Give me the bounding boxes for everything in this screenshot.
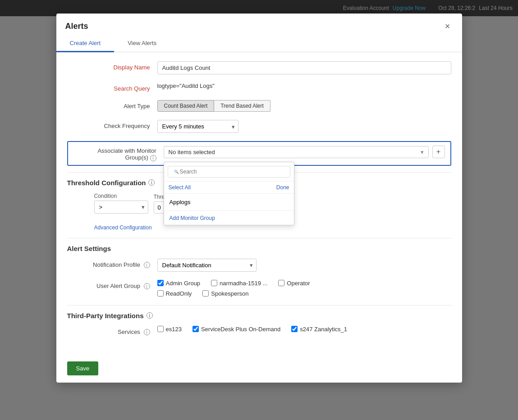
monitor-group-container: No items selected ▾ + [164,146,445,158]
search-query-label: Search Query [67,82,157,92]
checkbox-spokesperson-input[interactable] [202,290,209,297]
alert-type-buttons: Count Based Alert Trend Based Alert [157,100,451,112]
user-alert-checkbox-group-2: ReadOnly Spokesperson [157,290,451,297]
modal-backdrop: Alerts × Create Alert View Alerts Displa… [0,0,518,420]
check-frequency-select[interactable]: Every 1 minute Every 5 minutes Every 10 … [157,120,238,133]
checkbox-narmadha[interactable]: narmadha-1519 ... [211,280,267,287]
user-alert-control: Admin Group narmadha-1519 ... Operator [157,280,451,297]
check-frequency-select-wrapper: Every 1 minute Every 5 minutes Every 10 … [157,120,238,133]
check-frequency-label: Check Frequency [67,120,157,129]
alert-type-label: Alert Type [67,100,157,110]
associate-info-icon[interactable]: i [150,155,156,161]
alerts-modal: Alerts × Create Alert View Alerts Displa… [56,14,462,383]
dropdown-search-input[interactable] [168,166,290,178]
notification-select-wrapper: Default Notification [157,259,257,272]
third-party-info-icon[interactable]: i [147,312,153,319]
monitor-select-display[interactable]: No items selected ▾ [164,146,429,158]
display-name-input[interactable] [157,61,451,74]
condition-col: Condition > < >= <= = != [94,193,148,214]
monitor-dropdown-popup: Select All Done Applogs Add Monitor Gr [164,162,294,225]
associate-label: Associate with Monitor Group(s) i [73,146,164,161]
notification-control: Default Notification [157,259,451,272]
count-based-alert-button[interactable]: Count Based Alert [157,100,215,112]
display-name-row: Display Name [67,61,451,74]
divider-3 [67,305,451,306]
check-frequency-control: Every 1 minute Every 5 minutes Every 10 … [157,120,451,133]
checkbox-operator[interactable]: Operator [278,280,310,287]
checkbox-servicedesk-input[interactable] [193,326,199,332]
threshold-info-icon[interactable]: i [148,179,155,186]
modal-body: Display Name Search Query logtype="Audit… [56,52,462,352]
display-name-control [157,61,451,74]
dropdown-footer: Add Monitor Group [164,210,294,225]
tab-view-alerts[interactable]: View Alerts [114,35,170,52]
services-label: Services i [67,326,157,336]
search-icon-wrap [168,166,290,178]
display-name-label: Display Name [67,61,157,71]
search-query-control: logtype="Auditd Logs" [157,82,451,89]
monitor-dropdown-chevron-icon: ▾ [421,149,424,155]
checkbox-readonly[interactable]: ReadOnly [157,290,192,297]
monitor-select-value: No items selected [169,149,215,155]
checkbox-es123[interactable]: es123 [157,326,182,333]
condition-select[interactable]: > < >= <= = != [94,201,148,214]
dropdown-item-applogs[interactable]: Applogs [164,196,294,209]
search-query-row: Search Query logtype="Auditd Logs" [67,82,451,92]
checkbox-spokesperson[interactable]: Spokesperson [202,290,248,297]
associate-monitor-row: Associate with Monitor Group(s) i No ite… [67,141,451,166]
add-monitor-group-link[interactable]: Add Monitor Group [170,215,215,221]
checkbox-es123-input[interactable] [157,326,164,332]
third-party-title: Third-Party Integrations i [67,312,451,320]
alert-settings-title: Alert Settings [67,245,451,252]
select-all-button[interactable]: Select All [169,184,191,191]
monitor-add-button[interactable]: + [432,146,445,158]
checkbox-readonly-input[interactable] [157,290,164,297]
condition-select-wrapper: > < >= <= = != [94,201,148,214]
trend-based-alert-button[interactable]: Trend Based Alert [214,100,270,112]
tab-create-alert[interactable]: Create Alert [56,35,115,52]
done-button[interactable]: Done [276,184,289,191]
save-button[interactable]: Save [67,361,99,375]
condition-label: Condition [94,193,148,199]
modal-tabs: Create Alert View Alerts [56,35,462,52]
alert-type-row: Alert Type Count Based Alert Trend Based… [67,100,451,112]
check-frequency-row: Check Frequency Every 1 minute Every 5 m… [67,120,451,133]
divider-2 [67,238,451,238]
checkbox-narmadha-input[interactable] [211,280,217,286]
notification-profile-row: Notification Profile i Default Notificat… [67,259,451,272]
modal-wrapper: Alerts × Create Alert View Alerts Displa… [56,14,462,383]
associate-control: No items selected ▾ + [164,146,445,158]
checkbox-zanalytics[interactable]: s247 Zanalytics_1 [291,326,347,333]
search-query-value: logtype="Auditd Logs" [157,80,215,89]
checkbox-admin-group-input[interactable] [157,280,164,286]
checkbox-zanalytics-input[interactable] [291,326,298,332]
alert-settings-section: Alert Settings Notification Profile i De… [67,245,451,297]
user-alert-checkbox-group: Admin Group narmadha-1519 ... Operator [157,280,451,287]
notification-select[interactable]: Default Notification [157,259,257,272]
modal-header: Alerts × [56,14,462,32]
third-party-section: Third-Party Integrations i Services i [67,312,451,336]
dropdown-actions: Select All Done [164,182,294,194]
dropdown-search-area [164,162,294,182]
modal-title: Alerts [65,22,88,31]
user-alert-label: User Alert Group i [67,280,157,290]
close-button[interactable]: × [442,21,453,32]
advanced-configuration-link[interactable]: Advanced Configuration [94,224,152,231]
services-checkbox-group: es123 ServiceDesk Plus On-Demand s247 Za… [157,326,451,333]
dropdown-list: Applogs [164,194,294,210]
checkbox-operator-input[interactable] [278,280,284,286]
applogs-label: Applogs [170,199,191,205]
notification-label: Notification Profile i [67,259,157,269]
checkbox-servicedesk[interactable]: ServiceDesk Plus On-Demand [193,326,280,333]
user-alert-group-row: User Alert Group i Admin Group [67,280,451,297]
services-info-icon[interactable]: i [144,329,150,335]
checkbox-admin-group[interactable]: Admin Group [157,280,201,287]
modal-footer: Save [56,352,462,383]
services-row: Services i es123 Ser [67,326,451,336]
services-control: es123 ServiceDesk Plus On-Demand s247 Za… [157,326,451,333]
alert-type-control: Count Based Alert Trend Based Alert [157,100,451,112]
monitor-group-inner: No items selected ▾ + [164,146,445,158]
notification-info-icon[interactable]: i [144,262,150,268]
user-alert-info-icon[interactable]: i [144,283,150,289]
